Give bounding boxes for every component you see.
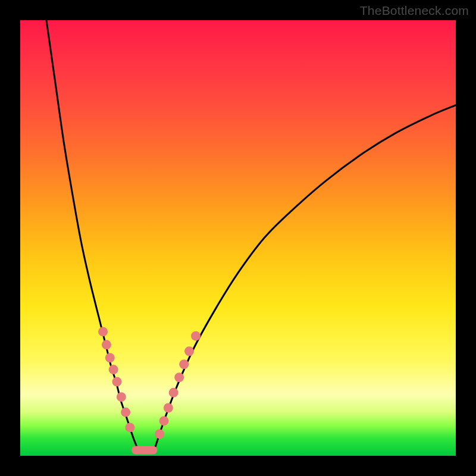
right-dot-2 [164, 403, 173, 412]
plot-area [20, 20, 456, 456]
left-dot-6 [121, 408, 130, 417]
left-dot-2 [105, 353, 115, 362]
left-dot-7 [125, 422, 134, 432]
left-dot-5 [117, 392, 126, 402]
left-dot-0 [98, 327, 108, 336]
right-dot-4 [174, 372, 184, 382]
right-dot-7 [191, 331, 201, 341]
chart-frame: TheBottleneck.com [0, 0, 476, 476]
left-curve-path [46, 20, 138, 449]
left-dot-3 [109, 365, 118, 374]
right-dot-6 [184, 346, 194, 356]
right-dot-5 [179, 359, 189, 369]
right-curve-path [155, 105, 456, 447]
left-dot-4 [112, 377, 122, 387]
left-dot-1 [102, 340, 111, 349]
left-dot-cluster [98, 327, 134, 432]
chart-svg [20, 20, 456, 456]
right-dot-3 [169, 388, 178, 397]
right-curve [155, 105, 456, 447]
right-dot-0 [155, 429, 164, 439]
left-curve [46, 20, 138, 449]
attribution-text: TheBottleneck.com [360, 4, 469, 18]
right-dot-1 [159, 416, 169, 425]
